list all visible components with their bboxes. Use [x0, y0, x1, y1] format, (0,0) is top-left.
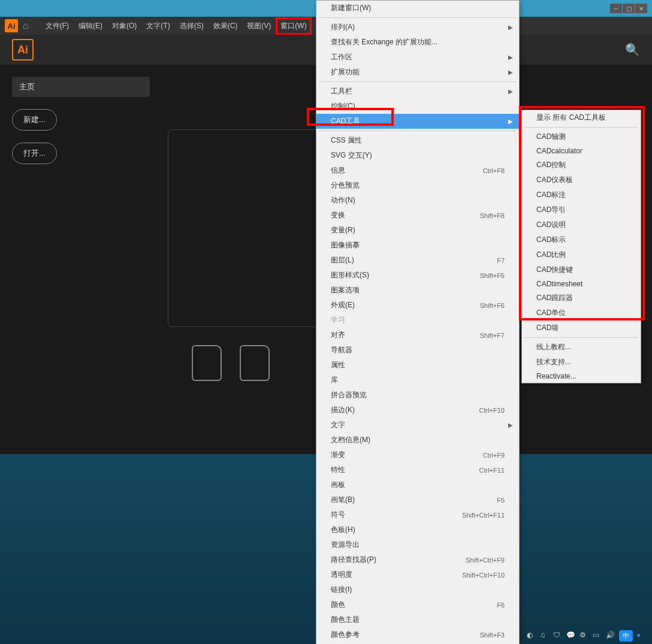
- menu-effect[interactable]: 效果(C): [209, 17, 243, 35]
- submenu-item[interactable]: CAD比例: [522, 247, 641, 262]
- menu-window[interactable]: 窗口(W): [276, 17, 311, 35]
- menu-item[interactable]: 库: [316, 373, 519, 388]
- menu-item[interactable]: CAD工具▶: [316, 114, 519, 129]
- home-icon[interactable]: ⌂: [23, 20, 29, 31]
- submenu-item[interactable]: CADcalculator: [522, 144, 641, 158]
- submenu-item[interactable]: CAD标注: [522, 188, 641, 202]
- menu-item[interactable]: 描边(K)Ctrl+F10: [316, 403, 519, 418]
- submenu-item[interactable]: CAD说明: [522, 217, 641, 232]
- ime-indicator[interactable]: 中: [619, 630, 633, 642]
- menu-item[interactable]: 查找有关 Exchange 的扩展功能...: [316, 35, 519, 50]
- menu-type[interactable]: 文字(T): [141, 17, 174, 35]
- document-icon[interactable]: [192, 345, 222, 381]
- menu-item[interactable]: 排列(A)▶: [316, 20, 519, 35]
- menu-item[interactable]: 文档信息(M): [316, 433, 519, 448]
- ai-logo-large: Ai: [12, 39, 34, 61]
- tray-icon[interactable]: ●: [636, 631, 646, 640]
- menu-edit[interactable]: 编辑(E): [74, 17, 107, 35]
- menu-item[interactable]: 控制(C): [316, 99, 519, 114]
- menu-item[interactable]: 属性: [316, 358, 519, 373]
- menu-item[interactable]: 分色预览: [316, 178, 519, 193]
- menu-item[interactable]: 图像描摹: [316, 238, 519, 253]
- document-icon[interactable]: [240, 345, 270, 381]
- search-icon[interactable]: 🔍: [625, 43, 640, 57]
- window-menu-dropdown: 新建窗口(W)排列(A)▶查找有关 Exchange 的扩展功能...工作区▶扩…: [316, 0, 520, 644]
- menu-item[interactable]: 符号Shift+Ctrl+F11: [316, 507, 519, 522]
- maximize-button[interactable]: ▢: [623, 4, 635, 13]
- menu-item[interactable]: 扩展功能▶: [316, 65, 519, 80]
- home-tab[interactable]: 主页: [12, 77, 150, 97]
- submenu-item[interactable]: Reactivate...: [522, 370, 641, 383]
- menu-select[interactable]: 选择(S): [175, 17, 209, 35]
- submenu-item[interactable]: CAD单位: [522, 306, 641, 321]
- menu-item[interactable]: 色板(H): [316, 522, 519, 537]
- menu-item[interactable]: 拼合器预览: [316, 388, 519, 403]
- submenu-item[interactable]: CAD墙: [522, 321, 641, 335]
- menu-item[interactable]: 对齐Shift+F7: [316, 328, 519, 343]
- system-tray: ◐ ♫ 🛡 💬 ⚙ ▭ 🔊 中 ●: [521, 627, 652, 644]
- menu-item[interactable]: 颜色参考Shift+F3: [316, 627, 519, 642]
- tray-icon[interactable]: ◐: [527, 631, 536, 640]
- menu-item[interactable]: 颜色主题: [316, 612, 519, 627]
- tray-icon[interactable]: 💬: [566, 631, 576, 640]
- menu-item[interactable]: 导航器: [316, 343, 519, 358]
- menu-item[interactable]: 动作(N): [316, 193, 519, 208]
- menu-item[interactable]: 颜色F6: [316, 597, 519, 612]
- submenu-item[interactable]: 显示 所有 CAD工具板: [522, 110, 641, 125]
- menu-item[interactable]: 图案选项: [316, 283, 519, 298]
- menu-view[interactable]: 视图(V): [242, 17, 276, 35]
- menu-item[interactable]: 路径查找器(P)Shift+Ctrl+F9: [316, 552, 519, 567]
- tray-icon[interactable]: ♫: [540, 631, 550, 640]
- submenu-item[interactable]: CAD仪表板: [522, 173, 641, 188]
- submenu-item[interactable]: CAD跟踪器: [522, 291, 641, 306]
- menu-object[interactable]: 对象(O): [107, 17, 141, 35]
- close-button[interactable]: ✕: [635, 4, 647, 13]
- menu-item[interactable]: 新建窗口(W): [316, 1, 519, 16]
- menu-file[interactable]: 文件(F): [41, 17, 74, 35]
- submenu-item[interactable]: 线上教程...: [522, 340, 641, 355]
- submenu-item[interactable]: CADtimesheet: [522, 277, 641, 291]
- menu-item[interactable]: 链接(I): [316, 582, 519, 597]
- menu-item[interactable]: 学习: [316, 313, 519, 328]
- tray-icon[interactable]: ▭: [593, 631, 602, 640]
- minimize-button[interactable]: ─: [610, 4, 622, 13]
- open-button[interactable]: 打开...: [12, 143, 57, 164]
- menu-item[interactable]: 变换Shift+F8: [316, 208, 519, 223]
- menu-item[interactable]: SVG 交互(Y): [316, 148, 519, 163]
- submenu-item[interactable]: CAD快捷键: [522, 262, 641, 277]
- submenu-item[interactable]: CAD标示: [522, 232, 641, 247]
- menu-item[interactable]: 文字▶: [316, 418, 519, 433]
- menu-item[interactable]: 图层(L)F7: [316, 253, 519, 268]
- menu-item[interactable]: 特性Ctrl+F11: [316, 462, 519, 477]
- menu-item[interactable]: 外观(E)Shift+F6: [316, 298, 519, 313]
- menu-item[interactable]: CSS 属性: [316, 133, 519, 148]
- volume-icon[interactable]: 🔊: [606, 631, 615, 640]
- tray-icon[interactable]: 🛡: [553, 631, 563, 640]
- submenu-item[interactable]: CAD导引: [522, 202, 641, 217]
- submenu-item[interactable]: CAD轴测: [522, 129, 641, 144]
- menu-item[interactable]: 资源导出: [316, 537, 519, 552]
- menu-item[interactable]: 画笔(B)F5: [316, 492, 519, 507]
- submenu-item[interactable]: CAD控制: [522, 158, 641, 173]
- ai-logo: Ai: [5, 19, 18, 32]
- sidebar: 主页 新建... 打开...: [0, 65, 156, 454]
- menu-item[interactable]: 变量(R): [316, 223, 519, 238]
- menu-item[interactable]: 渐变Ctrl+F9: [316, 448, 519, 462]
- menu-item[interactable]: 透明度Shift+Ctrl+F10: [316, 567, 519, 582]
- submenu-item[interactable]: 技术支持...: [522, 355, 641, 370]
- menu-item[interactable]: 图形样式(S)Shift+F5: [316, 268, 519, 283]
- new-button[interactable]: 新建...: [12, 109, 57, 131]
- menu-item[interactable]: 工具栏▶: [316, 84, 519, 99]
- menu-item[interactable]: 信息Ctrl+F8: [316, 163, 519, 178]
- cad-tools-submenu: 显示 所有 CAD工具板CAD轴测CADcalculatorCAD控制CAD仪表…: [521, 110, 641, 383]
- tray-icon[interactable]: ⚙: [579, 631, 589, 640]
- menu-item[interactable]: 工作区▶: [316, 50, 519, 65]
- menu-item[interactable]: 画板: [316, 477, 519, 492]
